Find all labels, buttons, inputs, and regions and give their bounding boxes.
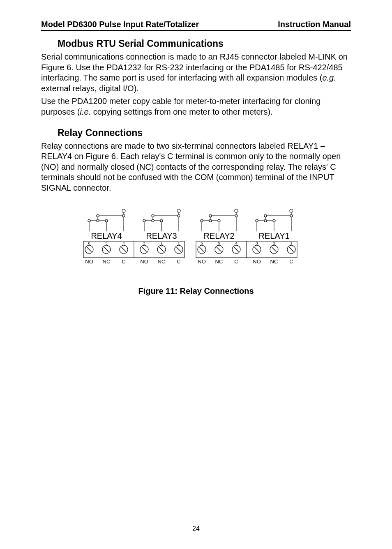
page-number: 24 xyxy=(0,525,392,533)
svg-text:RELAY4: RELAY4 xyxy=(91,231,122,240)
section-modbus-para1: Serial communications connection is made… xyxy=(41,52,351,94)
emphasis-eg: e.g. xyxy=(322,73,336,82)
svg-point-117 xyxy=(256,219,258,222)
header-left: Model PD6300 Pulse Input Rate/Totalizer xyxy=(41,20,199,29)
svg-text:2: 2 xyxy=(160,241,162,245)
svg-point-83 xyxy=(152,219,154,222)
section-relay-title: Relay Connections xyxy=(58,127,351,138)
svg-text:NO: NO xyxy=(198,258,206,265)
text-fragment: Serial communications connection is made… xyxy=(41,52,348,82)
relay-connections-diagram: 6NO5NC4C3NO2NC1C6NO5NC4C3NO2NC1CRELAY4RE… xyxy=(81,204,311,274)
svg-text:NO: NO xyxy=(140,258,148,265)
header-right: Instruction Manual xyxy=(278,20,351,29)
svg-point-100 xyxy=(235,215,238,217)
svg-point-70 xyxy=(105,219,108,222)
svg-text:5: 5 xyxy=(218,241,220,245)
svg-point-118 xyxy=(273,219,275,222)
svg-point-103 xyxy=(209,215,212,217)
svg-point-119 xyxy=(264,215,267,217)
svg-text:RELAY3: RELAY3 xyxy=(146,231,177,240)
svg-text:5: 5 xyxy=(105,241,107,245)
svg-point-115 xyxy=(264,219,267,222)
svg-text:2: 2 xyxy=(273,241,275,245)
svg-text:3: 3 xyxy=(143,241,145,245)
svg-text:NC: NC xyxy=(158,258,166,265)
emphasis-ie: i.e. xyxy=(80,107,91,116)
svg-point-84 xyxy=(178,215,180,217)
svg-point-85 xyxy=(143,219,145,222)
svg-point-68 xyxy=(122,215,125,217)
text-fragment: copying settings from one meter to other… xyxy=(91,107,272,116)
svg-text:4: 4 xyxy=(235,241,237,245)
svg-text:C: C xyxy=(177,258,180,265)
text-fragment: external relays, digital I/O). xyxy=(41,84,139,93)
svg-text:RELAY1: RELAY1 xyxy=(258,231,289,240)
svg-point-87 xyxy=(152,215,154,217)
svg-text:NO: NO xyxy=(253,258,261,265)
svg-text:1: 1 xyxy=(178,241,180,245)
svg-text:NC: NC xyxy=(270,258,278,265)
svg-text:6: 6 xyxy=(201,241,203,245)
svg-point-63 xyxy=(122,209,125,212)
svg-point-86 xyxy=(160,219,163,222)
section-modbus-para2: Use the PDA1200 meter copy cable for met… xyxy=(41,96,351,117)
svg-point-102 xyxy=(218,219,220,222)
svg-text:6: 6 xyxy=(88,241,90,245)
svg-point-71 xyxy=(97,215,99,217)
figure-caption: Figure 11: Relay Connections xyxy=(41,286,351,296)
figure-wrap: 6NO5NC4C3NO2NC1C6NO5NC4C3NO2NC1CRELAY4RE… xyxy=(41,204,351,274)
svg-text:C: C xyxy=(234,258,238,265)
svg-text:3: 3 xyxy=(256,241,258,245)
svg-point-99 xyxy=(209,219,212,222)
svg-point-95 xyxy=(235,209,238,212)
page-header: Model PD6300 Pulse Input Rate/Totalizer … xyxy=(41,20,351,29)
svg-text:4: 4 xyxy=(122,241,125,245)
svg-text:NC: NC xyxy=(103,258,111,265)
svg-text:C: C xyxy=(122,258,125,265)
svg-point-67 xyxy=(97,219,99,222)
header-rule xyxy=(41,30,351,31)
svg-point-101 xyxy=(201,219,203,222)
section-modbus-title: Modbus RTU Serial Communications xyxy=(58,38,351,49)
svg-text:C: C xyxy=(289,258,293,265)
svg-text:RELAY2: RELAY2 xyxy=(203,231,234,240)
svg-point-79 xyxy=(177,209,180,212)
svg-text:NC: NC xyxy=(215,258,223,265)
svg-point-116 xyxy=(290,215,293,217)
svg-text:NO: NO xyxy=(85,258,93,265)
svg-point-111 xyxy=(290,209,293,212)
svg-text:1: 1 xyxy=(290,241,292,245)
section-relay-para1: Relay connections are made to two six-te… xyxy=(41,141,351,194)
svg-point-69 xyxy=(88,219,90,222)
